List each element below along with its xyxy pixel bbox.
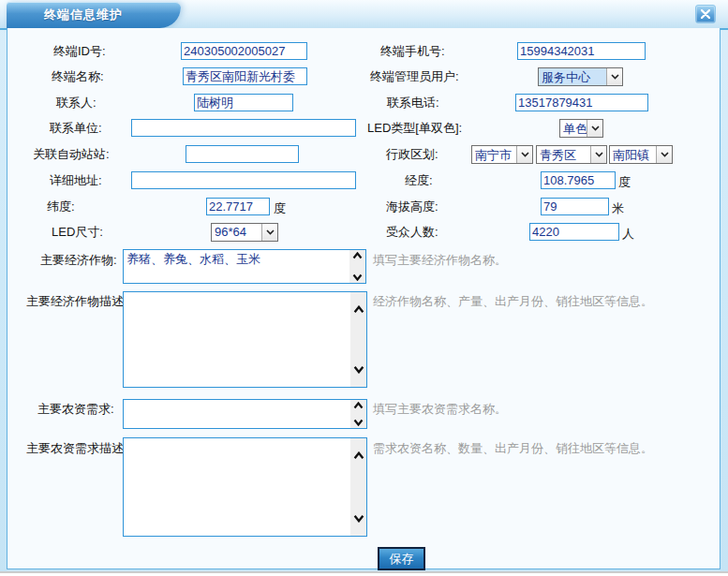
agri-needs-desc-textarea[interactable] bbox=[124, 438, 350, 536]
admin-user-label: 终端管理员用户: bbox=[370, 67, 459, 86]
agri-needs-field bbox=[123, 399, 367, 429]
address-label: 详细地址: bbox=[50, 171, 102, 190]
main-crops-desc-label: 主要经济作物描述: bbox=[26, 292, 127, 311]
scroll-up-icon[interactable] bbox=[352, 252, 363, 259]
latitude-unit: 度 bbox=[274, 199, 286, 218]
contact-input[interactable] bbox=[194, 94, 293, 111]
scroll-down-icon[interactable] bbox=[353, 419, 364, 426]
chevron-down-icon bbox=[656, 146, 672, 163]
altitude-input[interactable] bbox=[541, 198, 609, 215]
terminal-id-label: 终端ID号: bbox=[53, 42, 106, 61]
admin-user-select[interactable]: 服务中心 bbox=[538, 67, 623, 86]
scroll-down-icon[interactable] bbox=[352, 273, 363, 281]
chevron-down-icon bbox=[587, 120, 602, 137]
region-town-select[interactable]: 南阳镇 bbox=[609, 145, 673, 164]
main-crops-field bbox=[123, 249, 366, 284]
chevron-down-icon bbox=[516, 146, 532, 163]
longitude-unit: 度 bbox=[618, 173, 631, 192]
terminal-name-label: 终端名称: bbox=[52, 67, 104, 86]
audience-input[interactable] bbox=[529, 223, 619, 241]
terminal-id-input[interactable] bbox=[181, 42, 307, 60]
page-title: 终端信息维护 bbox=[44, 2, 181, 27]
auto-station-input[interactable] bbox=[186, 145, 299, 163]
terminal-info-dialog: 终端信息维护 终端ID号: 终端手机号: 终端名称: 终端管理员用户: 服务中心… bbox=[0, 0, 728, 576]
save-button[interactable]: 保存 bbox=[378, 547, 425, 570]
chevron-down-icon bbox=[261, 224, 277, 241]
dialog-title-tab: 终端信息维护 bbox=[7, 2, 181, 28]
terminal-phone-input[interactable] bbox=[517, 42, 646, 60]
longitude-input[interactable] bbox=[541, 171, 616, 189]
main-crops-label: 主要经济作物: bbox=[40, 251, 117, 270]
led-size-label: LED尺寸: bbox=[52, 223, 103, 242]
scroll-up-icon[interactable] bbox=[353, 305, 364, 314]
close-button[interactable] bbox=[695, 5, 716, 23]
audience-label: 受众人数: bbox=[386, 223, 438, 242]
chevron-down-icon bbox=[590, 146, 606, 163]
altitude-unit: 米 bbox=[612, 199, 624, 218]
dialog-header: 终端信息维护 bbox=[0, 0, 728, 30]
agri-needs-label: 主要农资需求: bbox=[37, 400, 114, 419]
main-crops-hint: 填写主要经济作物名称。 bbox=[373, 251, 507, 270]
led-type-select[interactable]: 单色 bbox=[559, 119, 603, 138]
terminal-name-input[interactable] bbox=[183, 67, 307, 85]
region-label: 行政区划: bbox=[386, 145, 438, 164]
agri-needs-desc-scrollbar[interactable] bbox=[350, 438, 366, 536]
region-city-value: 南宁市 bbox=[472, 146, 516, 163]
close-icon bbox=[701, 9, 710, 19]
address-input[interactable] bbox=[131, 171, 356, 189]
contact-label: 联系人: bbox=[56, 94, 97, 112]
scroll-up-icon[interactable] bbox=[353, 451, 364, 460]
led-type-label: LED类型[单双色]: bbox=[367, 119, 462, 138]
agri-needs-desc-hint: 需求农资名称、数量、出产月份、销往地区等信息。 bbox=[373, 439, 653, 458]
contact-phone-input[interactable] bbox=[515, 94, 648, 111]
contact-unit-label: 联系单位: bbox=[50, 119, 102, 138]
contact-phone-label: 联系电话: bbox=[387, 94, 439, 112]
led-size-value: 96*64 bbox=[212, 224, 261, 241]
region-city-select[interactable]: 南宁市 bbox=[471, 145, 533, 164]
led-size-select[interactable]: 96*64 bbox=[211, 223, 278, 242]
agri-needs-desc-field bbox=[123, 437, 367, 537]
longitude-label: 经度: bbox=[405, 171, 433, 190]
altitude-label: 海拔高度: bbox=[386, 198, 438, 216]
main-crops-desc-hint: 经济作物名称、产量、出产月份、销往地区等信息。 bbox=[373, 292, 653, 311]
main-crops-desc-scrollbar[interactable] bbox=[350, 292, 366, 387]
contact-unit-input[interactable] bbox=[131, 119, 356, 137]
chevron-down-icon bbox=[606, 68, 622, 85]
scroll-down-icon[interactable] bbox=[353, 514, 364, 523]
agri-needs-hint: 填写主要农资需求名称。 bbox=[373, 400, 507, 419]
main-crops-textarea[interactable] bbox=[124, 250, 349, 283]
region-town-value: 南阳镇 bbox=[610, 146, 656, 163]
latitude-input[interactable] bbox=[206, 198, 270, 215]
main-crops-desc-textarea[interactable] bbox=[124, 292, 350, 387]
scroll-down-icon[interactable] bbox=[353, 365, 364, 374]
terminal-phone-label: 终端手机号: bbox=[380, 42, 445, 61]
auto-station-label: 关联自动站站: bbox=[33, 145, 110, 164]
scroll-up-icon[interactable] bbox=[353, 402, 364, 409]
agri-needs-desc-label: 主要农资需求描述: bbox=[26, 439, 127, 458]
latitude-label: 纬度: bbox=[47, 198, 75, 216]
region-district-select[interactable]: 青秀区 bbox=[536, 145, 607, 164]
agri-needs-textarea[interactable] bbox=[124, 400, 350, 428]
main-crops-scrollbar[interactable] bbox=[349, 250, 365, 283]
main-crops-desc-field bbox=[123, 291, 367, 388]
agri-needs-scrollbar[interactable] bbox=[350, 400, 366, 428]
admin-user-value: 服务中心 bbox=[539, 68, 606, 85]
audience-unit: 人 bbox=[622, 225, 634, 244]
region-district-value: 青秀区 bbox=[537, 146, 590, 163]
led-type-value: 单色 bbox=[560, 120, 587, 137]
